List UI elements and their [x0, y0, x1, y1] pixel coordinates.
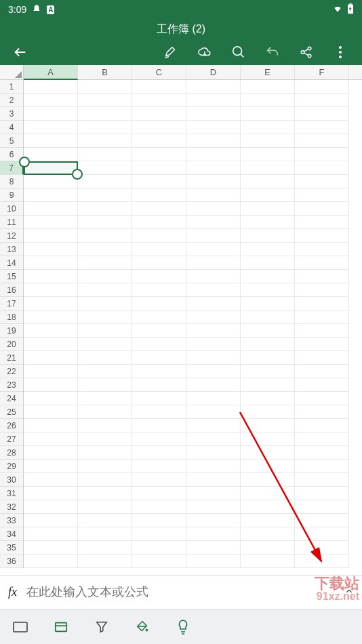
cell[interactable]: [295, 473, 349, 487]
idea-icon[interactable]: [175, 619, 191, 635]
row-header[interactable]: 36: [0, 555, 24, 568]
cell[interactable]: [132, 121, 186, 134]
cell[interactable]: [78, 202, 132, 216]
cell[interactable]: [295, 134, 349, 148]
cell[interactable]: [241, 500, 295, 514]
cell[interactable]: [78, 378, 132, 392]
cell[interactable]: [295, 555, 349, 568]
cell[interactable]: [295, 432, 349, 446]
row-header[interactable]: 25: [0, 405, 24, 419]
cell[interactable]: [241, 188, 295, 202]
cell[interactable]: [295, 270, 349, 283]
cell[interactable]: [241, 229, 295, 243]
cell[interactable]: [24, 419, 78, 432]
row-header[interactable]: 15: [0, 270, 24, 283]
cell[interactable]: [186, 121, 241, 134]
back-button[interactable]: [8, 45, 33, 60]
cell[interactable]: [78, 432, 132, 446]
cell[interactable]: [132, 460, 186, 473]
cell[interactable]: [186, 446, 241, 460]
cell[interactable]: [295, 405, 349, 419]
cell[interactable]: [132, 283, 186, 297]
cell[interactable]: [295, 527, 349, 541]
cell[interactable]: [132, 243, 186, 256]
cell[interactable]: [132, 216, 186, 229]
cell[interactable]: [132, 107, 186, 121]
cell[interactable]: [186, 487, 241, 500]
row-header[interactable]: 9: [0, 188, 24, 202]
cell[interactable]: [241, 405, 295, 419]
cell[interactable]: [295, 94, 349, 107]
row-header[interactable]: 28: [0, 446, 24, 460]
cell[interactable]: [132, 405, 186, 419]
cell[interactable]: [24, 202, 78, 216]
row-header[interactable]: 22: [0, 365, 24, 378]
cell[interactable]: [295, 338, 349, 351]
cell[interactable]: [295, 310, 349, 324]
cell[interactable]: [295, 256, 349, 270]
cell[interactable]: [241, 283, 295, 297]
cell[interactable]: [241, 351, 295, 365]
row-header[interactable]: 1: [0, 80, 24, 94]
cell[interactable]: [24, 541, 78, 555]
filter-icon[interactable]: [94, 619, 110, 635]
cell[interactable]: [24, 148, 78, 161]
cell[interactable]: [241, 460, 295, 473]
cell[interactable]: [24, 121, 78, 134]
cell[interactable]: [24, 80, 78, 94]
formula-input[interactable]: [26, 585, 335, 599]
cell[interactable]: [78, 500, 132, 514]
cell[interactable]: [24, 338, 78, 351]
cell[interactable]: [78, 351, 132, 365]
row-header[interactable]: 26: [0, 419, 24, 432]
cloud-icon[interactable]: [197, 44, 213, 60]
cell[interactable]: [186, 229, 241, 243]
row-header[interactable]: 14: [0, 256, 24, 270]
cell[interactable]: [186, 175, 241, 188]
cell[interactable]: [24, 446, 78, 460]
cell[interactable]: [78, 473, 132, 487]
cell[interactable]: [295, 514, 349, 527]
cell[interactable]: [241, 365, 295, 378]
cell[interactable]: [78, 392, 132, 405]
cell[interactable]: [241, 134, 295, 148]
cell[interactable]: [295, 202, 349, 216]
view-icon[interactable]: [12, 619, 28, 635]
cell[interactable]: [241, 378, 295, 392]
cell[interactable]: [241, 541, 295, 555]
cell[interactable]: [295, 216, 349, 229]
cell[interactable]: [24, 351, 78, 365]
cell[interactable]: [295, 541, 349, 555]
cell[interactable]: [241, 527, 295, 541]
pen-icon[interactable]: [163, 44, 179, 60]
cell[interactable]: [295, 460, 349, 473]
cell[interactable]: [24, 324, 78, 338]
cell[interactable]: [132, 378, 186, 392]
row-header[interactable]: 3: [0, 107, 24, 121]
cell[interactable]: [132, 94, 186, 107]
cell[interactable]: [132, 392, 186, 405]
cell[interactable]: [295, 229, 349, 243]
cell[interactable]: [78, 148, 132, 161]
cell[interactable]: [186, 161, 241, 175]
row-header[interactable]: 4: [0, 121, 24, 134]
cell[interactable]: [241, 419, 295, 432]
row-header[interactable]: 11: [0, 216, 24, 229]
cell[interactable]: [241, 473, 295, 487]
cell[interactable]: [24, 514, 78, 527]
cell[interactable]: [241, 446, 295, 460]
cell[interactable]: [241, 392, 295, 405]
cell[interactable]: [132, 446, 186, 460]
cell[interactable]: [78, 310, 132, 324]
row-header[interactable]: 5: [0, 134, 24, 148]
row-header[interactable]: 21: [0, 351, 24, 365]
cell[interactable]: [78, 365, 132, 378]
cell[interactable]: [295, 297, 349, 310]
cell[interactable]: [241, 94, 295, 107]
cell[interactable]: [186, 324, 241, 338]
cell[interactable]: [241, 432, 295, 446]
cell[interactable]: [186, 351, 241, 365]
more-icon[interactable]: [332, 44, 348, 60]
cell[interactable]: [241, 487, 295, 500]
cell[interactable]: [241, 216, 295, 229]
